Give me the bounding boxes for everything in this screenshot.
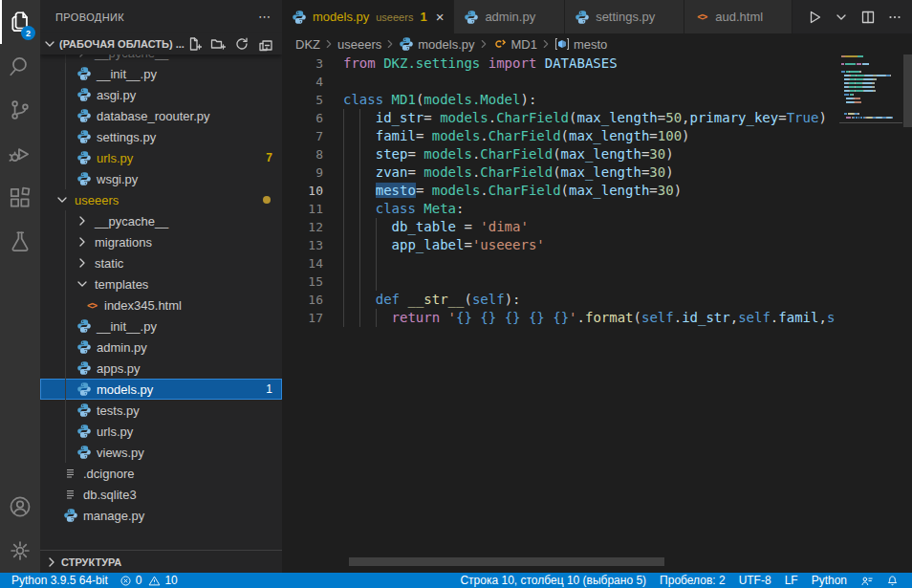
tree-item-models.py[interactable]: models.py1: [40, 379, 282, 400]
gear-icon: [8, 538, 33, 563]
tree-indent-guide: [65, 294, 66, 316]
tree-item-database_roouter.py[interactable]: database_roouter.py: [40, 105, 282, 126]
tree-item-asgi.py[interactable]: asgi.py: [40, 84, 282, 105]
status-problems[interactable]: 010: [114, 573, 184, 588]
horizontal-scrollbar[interactable]: [349, 557, 664, 566]
tree-item-manage.py[interactable]: manage.py: [40, 505, 282, 526]
tree-item-__pycache__[interactable]: __pycache__: [40, 210, 282, 231]
code-line-17: 17 return '{} {} {} {} {}'.format(self.i…: [282, 309, 839, 327]
tree-item-label: wsgi.py: [97, 172, 138, 186]
tree-item-.dcignore[interactable]: .dcignore: [40, 463, 282, 484]
status-python-version[interactable]: Python 3.9.5 64-bit: [6, 573, 114, 588]
activity-bar-item-accounts[interactable]: [0, 485, 40, 529]
tree-item-templates[interactable]: templates: [40, 273, 282, 294]
more-actions-button[interactable]: [883, 6, 906, 29]
tree-item-index345.html[interactable]: <>index345.html: [40, 294, 282, 316]
vertical-scrollbar[interactable]: [903, 54, 912, 127]
refresh-button[interactable]: [233, 35, 250, 53]
code-text: app_label='useeers': [343, 236, 545, 254]
breadcrumb-item-models.py[interactable]: models.py: [399, 36, 474, 52]
tree-item-label: views.py: [97, 446, 144, 460]
extensions-icon: [8, 185, 33, 210]
tree-item-tests.py[interactable]: tests.py: [40, 400, 282, 421]
split-editor-button[interactable]: [857, 6, 879, 29]
status-cursor-position[interactable]: Строка 10, столбец 10 (выбрано 5): [454, 573, 652, 588]
status-encoding[interactable]: UTF-8: [733, 573, 777, 588]
explorer-badge: 2: [21, 26, 35, 40]
minimap-line: [841, 63, 869, 65]
tree-item-wsgi.py[interactable]: wsgi.py: [40, 168, 282, 189]
sidebar-more-actions-button[interactable]: ⋯: [258, 10, 271, 24]
status-notifications[interactable]: [880, 573, 904, 588]
symbol-class-icon: [492, 36, 508, 52]
activity-bar-item-explorer[interactable]: 2: [0, 0, 40, 44]
tree-item-settings.py[interactable]: settings.py: [40, 126, 282, 147]
tree-item-__init__.py[interactable]: __init__.py: [40, 63, 282, 84]
activity-bar-item-testing[interactable]: [0, 220, 40, 264]
tree-item-static[interactable]: static: [40, 252, 282, 273]
code-line-5: 5class MD1(models.Model):: [282, 91, 839, 109]
activity-bar-item-manage[interactable]: [0, 529, 40, 573]
status-eol[interactable]: LF: [779, 573, 804, 588]
tree-item-migrations[interactable]: migrations: [40, 231, 282, 252]
breadcrumb-item-MD1[interactable]: MD1: [492, 36, 537, 52]
tree-indent-guide: [65, 168, 66, 189]
status-feedback[interactable]: [855, 573, 879, 588]
tab-settings.py[interactable]: settings.py: [565, 0, 684, 33]
workspace-actions: [185, 35, 274, 53]
tree-item-apps.py[interactable]: apps.py: [40, 358, 282, 379]
chevron-right-icon: [75, 234, 90, 250]
tab-aud.html[interactable]: <>aud.html: [684, 0, 793, 33]
tree-item-label: migrations: [95, 235, 152, 250]
run-button[interactable]: [803, 6, 826, 29]
tab-description: useeers: [376, 11, 413, 23]
breadcrumb-item-mesto[interactable]: mesto: [554, 36, 607, 52]
tab-admin.py[interactable]: admin.py: [454, 0, 565, 33]
outline-section-header[interactable]: СТРУКТУРА: [40, 550, 282, 573]
tree-item-useeers[interactable]: useeers: [40, 189, 282, 210]
tree-item-__init__.py[interactable]: __init__.py: [40, 316, 282, 337]
chevron-right-icon: [75, 54, 90, 60]
chevron-down-icon: [42, 36, 57, 52]
minimap[interactable]: [839, 54, 902, 573]
tree-item-views.py[interactable]: views.py: [40, 442, 282, 463]
activity-bar-item-source-control[interactable]: [0, 88, 40, 132]
breadcrumb-item-useeers[interactable]: useeers: [337, 37, 381, 52]
code-line-8: 8 step= models.CharField(max_length=30): [282, 145, 839, 163]
activity-bar-item-search[interactable]: [0, 44, 40, 88]
tree-item-__pycache__[interactable]: __pycache__: [40, 54, 282, 63]
tab-models.py[interactable]: models.pyuseeers1×: [282, 0, 454, 33]
run-dropdown[interactable]: [830, 6, 853, 29]
close-icon[interactable]: ×: [436, 10, 445, 24]
line-number: 15: [282, 272, 323, 291]
filelist-file-icon: [63, 487, 78, 502]
workspace-section-header[interactable]: (РАБОЧАЯ ОБЛАСТЬ) ...: [40, 33, 282, 54]
tree-item-label: urls.py: [97, 151, 133, 165]
breadcrumb-label: models.py: [418, 37, 474, 52]
activity-bar-item-extensions[interactable]: [0, 176, 40, 220]
code-editor[interactable]: 3from DKZ.settings import DATABASES45cla…: [282, 54, 912, 573]
code-text: from DKZ.settings import DATABASES: [343, 54, 618, 73]
python-file-icon: [575, 10, 590, 25]
new-file-button[interactable]: [185, 35, 203, 53]
new-folder-button[interactable]: [209, 35, 227, 53]
tree-indent-guide: [65, 358, 66, 379]
status-language-mode[interactable]: Python: [806, 573, 853, 588]
activity-bar-item-run-and-debug[interactable]: [0, 132, 40, 176]
tree-item-db.sqlite3[interactable]: db.sqlite3: [40, 484, 282, 505]
python-file-icon: [76, 381, 92, 397]
status-text: LF: [785, 574, 798, 587]
breadcrumb-label: DKZ: [295, 37, 320, 52]
breadcrumb-item-DKZ[interactable]: DKZ: [295, 37, 320, 52]
tree-indent-guide: [65, 337, 66, 358]
collapse-all-button[interactable]: [257, 35, 274, 53]
tree-item-urls.py[interactable]: urls.py7: [40, 147, 282, 168]
tree-item-admin.py[interactable]: admin.py: [40, 337, 282, 358]
status-indentation[interactable]: Пробелов: 2: [654, 573, 731, 588]
python-file-icon: [76, 318, 92, 334]
chevron-down-icon: [54, 192, 70, 207]
tree-item-urls.py[interactable]: urls.py: [40, 421, 282, 442]
tree-indent-guide: [65, 400, 66, 421]
tree-item-label: .dcignore: [83, 467, 134, 481]
status-bar-left: Python 3.9.5 64-bit010: [0, 573, 184, 588]
